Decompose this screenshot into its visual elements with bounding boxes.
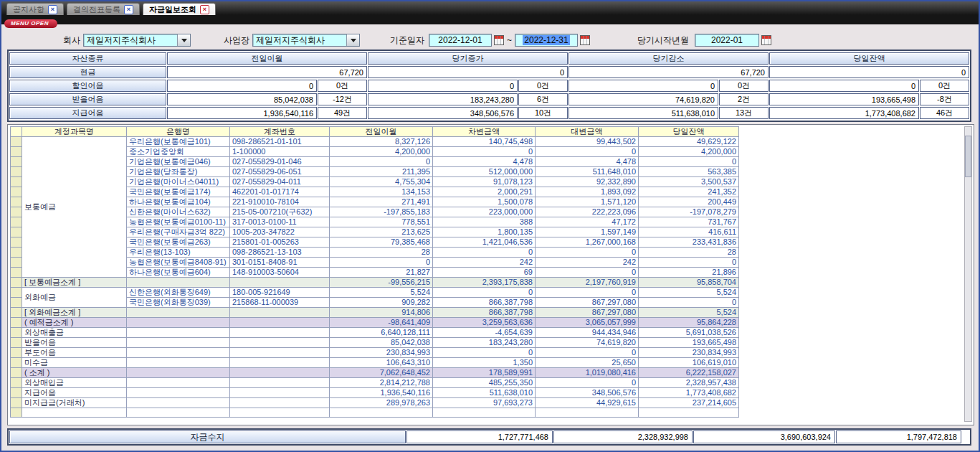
grid-row-header[interactable] xyxy=(11,268,22,278)
grid-amount-cell[interactable]: 242 xyxy=(536,258,639,268)
grid-row-header[interactable] xyxy=(11,408,22,418)
grid-amount-cell[interactable]: 21,827 xyxy=(330,268,433,278)
grid-account-label-cell[interactable]: 미수금 xyxy=(22,358,127,368)
chevron-down-icon[interactable] xyxy=(346,34,359,46)
grid-amount-cell[interactable] xyxy=(639,408,739,418)
grid-account-number-cell[interactable] xyxy=(230,378,330,388)
vertical-scrollbar[interactable] xyxy=(964,126,972,422)
grid-bank-name-cell[interactable] xyxy=(127,388,230,398)
period-start-input[interactable]: 2022-01 xyxy=(695,34,759,47)
summary-amount-cell[interactable]: 67,720 xyxy=(167,66,367,78)
grid-account-label-cell[interactable]: ( 소계 ) xyxy=(22,368,127,378)
grid-account-label-cell[interactable]: 받을어음 xyxy=(22,338,127,348)
grid-amount-cell[interactable]: 2,328,957,438 xyxy=(639,378,739,388)
grid-amount-cell[interactable]: 6,222,158,027 xyxy=(639,368,739,378)
grid-amount-cell[interactable]: 1,267,000,168 xyxy=(536,237,639,248)
grid-bank-name-cell[interactable]: 신한은행(마이너스632) xyxy=(127,207,230,217)
grid-amount-cell[interactable]: 0 xyxy=(433,248,536,258)
grid-account-number-cell[interactable] xyxy=(230,338,330,348)
grid-account-number-cell[interactable]: 027-055829-06-051 xyxy=(230,167,330,177)
grid-row-header[interactable] xyxy=(11,288,22,298)
grid-amount-cell[interactable]: 233,431,836 xyxy=(639,237,739,248)
grid-account-number-cell[interactable]: 180-005-921649 xyxy=(230,288,330,298)
grid-row-header[interactable] xyxy=(11,348,22,358)
grid-amount-cell[interactable]: 3,259,563,636 xyxy=(433,318,536,328)
grid-amount-cell[interactable]: 4,755,304 xyxy=(330,177,433,187)
tab-close-icon[interactable]: × xyxy=(200,5,209,14)
grid-amount-cell[interactable]: 388 xyxy=(433,217,536,227)
calendar-icon[interactable] xyxy=(761,35,771,45)
grid-account-label-cell[interactable]: [ 외화예금소계 ] xyxy=(22,308,127,318)
grid-bank-name-cell[interactable]: 중소기업중앙회 xyxy=(127,147,230,157)
grid-amount-cell[interactable]: 511,648,010 xyxy=(536,167,639,177)
grid-bank-name-cell[interactable]: 하나은행(보통예금604) xyxy=(127,268,230,278)
grid-bank-name-cell[interactable]: 하나은행(보통예금104) xyxy=(127,197,230,207)
grid-account-number-cell[interactable]: 027-055829-01-046 xyxy=(230,157,330,167)
grid-amount-cell[interactable]: 0 xyxy=(639,157,739,167)
summary-amount-cell[interactable]: 0 xyxy=(167,80,317,92)
summary-count-cell[interactable]: 6건 xyxy=(518,93,568,105)
grid-amount-cell[interactable]: 511,638,010 xyxy=(433,388,536,398)
company-select[interactable]: 제일저지주식회사 xyxy=(83,34,191,47)
grid-amount-cell[interactable]: 211,395 xyxy=(330,167,433,177)
grid-account-label-cell[interactable]: 부도어음 xyxy=(22,348,127,358)
grid-amount-cell[interactable]: 1,421,046,536 xyxy=(433,237,536,248)
grid-amount-cell[interactable]: 2,000,291 xyxy=(433,187,536,197)
menu-open-button[interactable]: MENU OPEN xyxy=(4,19,57,28)
grid-account-number-cell[interactable] xyxy=(230,368,330,378)
grid-amount-cell[interactable]: 2,814,212,788 xyxy=(330,378,433,388)
summary-count-cell[interactable]: 0건 xyxy=(920,80,969,92)
grid-account-number-cell[interactable]: 215868-11-000039 xyxy=(230,298,330,308)
grid-account-label-cell[interactable]: 지급어음 xyxy=(22,388,127,398)
grid-amount-cell[interactable]: -197,855,183 xyxy=(330,207,433,217)
grid-row-header[interactable] xyxy=(11,197,22,207)
grid-amount-cell[interactable]: 867,297,080 xyxy=(536,298,639,308)
grid-account-label-cell[interactable]: [ 보통예금소계 ] xyxy=(22,278,127,288)
grid-amount-cell[interactable]: 223,000,000 xyxy=(433,207,536,217)
grid-amount-cell[interactable]: 1,773,408,682 xyxy=(639,388,739,398)
grid-account-number-cell[interactable]: 098-286521-13-103 xyxy=(230,248,330,258)
scrollbar-thumb[interactable] xyxy=(965,136,971,177)
grid-amount-cell[interactable]: 95,858,704 xyxy=(639,278,739,288)
grid-account-number-cell[interactable]: 462201-01-017174 xyxy=(230,187,330,197)
grid-amount-cell[interactable]: 49,629,122 xyxy=(639,137,739,147)
grid-row-header[interactable] xyxy=(11,358,22,368)
summary-amount-cell[interactable]: 193,665,498 xyxy=(769,93,919,105)
grid-bank-name-cell[interactable] xyxy=(127,278,230,288)
grid-bank-name-cell[interactable]: 우리은행(13-103) xyxy=(127,248,230,258)
summary-count-cell[interactable]: 0건 xyxy=(719,80,769,92)
date-from-input[interactable]: 2022-12-01 xyxy=(429,34,492,47)
grid-amount-cell[interactable]: 7,062,648,452 xyxy=(330,368,433,378)
grid-account-number-cell[interactable]: 1005-203-347822 xyxy=(230,227,330,237)
grid-amount-cell[interactable]: 0 xyxy=(639,258,739,268)
grid-row-header[interactable] xyxy=(11,378,22,388)
grid-amount-cell[interactable]: 271,491 xyxy=(330,197,433,207)
grid-amount-cell[interactable]: 200,449 xyxy=(639,197,739,207)
grid-account-group-cell[interactable]: 보통예금 xyxy=(22,137,127,278)
grid-amount-cell[interactable]: 183,243,280 xyxy=(433,338,536,348)
grid-amount-cell[interactable]: 4,478 xyxy=(536,157,639,167)
grid-bank-name-cell[interactable]: 기업은행(보통예금046) xyxy=(127,157,230,167)
grid-amount-cell[interactable]: 867,297,080 xyxy=(536,308,639,318)
grid-bank-name-cell[interactable] xyxy=(127,398,230,408)
grid-account-number-cell[interactable] xyxy=(230,348,330,358)
grid-account-number-cell[interactable] xyxy=(230,328,330,338)
summary-amount-cell[interactable]: 0 xyxy=(769,66,969,78)
tab-item[interactable]: 자금일보조회× xyxy=(143,3,216,15)
grid-amount-cell[interactable]: 4,200,000 xyxy=(639,147,739,157)
grid-account-number-cell[interactable]: 1-100000 xyxy=(230,147,330,157)
grid-amount-cell[interactable]: 0 xyxy=(536,378,639,388)
grid-account-number-cell[interactable]: 215801-01-005263 xyxy=(230,237,330,248)
summary-amount-cell[interactable]: 511,638,010 xyxy=(569,107,718,119)
summary-amount-cell[interactable]: 0 xyxy=(368,80,518,92)
grid-amount-cell[interactable]: 0 xyxy=(536,348,639,358)
grid-amount-cell[interactable]: 8,327,126 xyxy=(330,137,433,147)
grid-bank-name-cell[interactable]: 기업은행(마이너스04011) xyxy=(127,177,230,187)
grid-amount-cell[interactable]: 178,589,991 xyxy=(433,368,536,378)
grid-amount-cell[interactable]: 4,478 xyxy=(433,157,536,167)
summary-amount-cell[interactable]: 1,936,540,116 xyxy=(167,107,317,119)
grid-bank-name-cell[interactable] xyxy=(127,358,230,368)
grid-account-number-cell[interactable] xyxy=(230,318,330,328)
grid-account-number-cell[interactable]: 221-910010-78104 xyxy=(230,197,330,207)
grid-bank-name-cell[interactable] xyxy=(127,348,230,358)
